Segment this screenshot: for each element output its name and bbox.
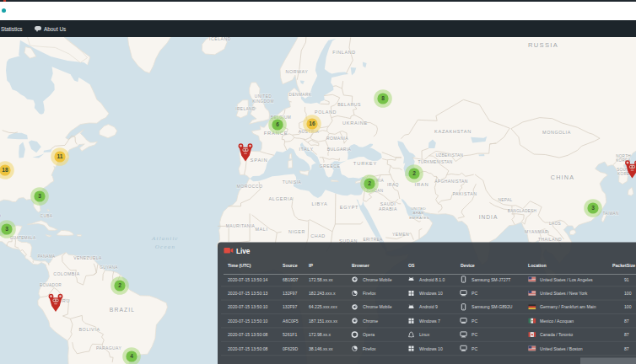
svg-text:6B19D7: 6B19D7 [283, 277, 299, 282]
svg-text:91: 91 [624, 277, 629, 282]
svg-text:A6C0F5: A6C0F5 [283, 318, 299, 324]
svg-text:87: 87 [624, 346, 629, 351]
svg-text:Samsung SM-J727T: Samsung SM-J727T [472, 277, 510, 282]
svg-text:PacketSize: PacketSize [612, 263, 635, 268]
svg-text:Browser: Browser [352, 263, 369, 268]
svg-text:PC: PC [472, 346, 477, 351]
svg-text:Source: Source [283, 263, 298, 268]
svg-text:64.225.xxx.xxx: 64.225.xxx.xxx [309, 304, 337, 309]
svg-text:Windows 10: Windows 10 [419, 291, 443, 296]
svg-text:0F629D: 0F629D [283, 346, 298, 351]
svg-text:Chrome: Chrome [363, 318, 378, 324]
svg-text:2020-07-15 13:50:08: 2020-07-15 13:50:08 [228, 332, 267, 337]
svg-text:187.151.xxx.xx: 187.151.xxx.xx [309, 318, 337, 324]
svg-text:Time (UTC): Time (UTC) [228, 263, 251, 268]
svg-text:182.243.xxx.x: 182.243.xxx.x [309, 291, 336, 296]
svg-text:Firefox: Firefox [363, 346, 376, 351]
svg-text:IP: IP [309, 263, 313, 268]
svg-text:PC: PC [472, 318, 477, 324]
svg-text:United States / Boston: United States / Boston [540, 346, 583, 351]
svg-text:Linux: Linux [419, 332, 430, 337]
svg-text:Canada / Toronto: Canada / Toronto [540, 332, 573, 337]
svg-text:Android 9: Android 9 [419, 304, 438, 309]
svg-text:Windows 10: Windows 10 [419, 346, 443, 351]
svg-text:Windows 7: Windows 7 [419, 318, 440, 324]
svg-text:OS: OS [408, 263, 415, 268]
svg-text:87: 87 [624, 332, 629, 337]
svg-text:Opera: Opera [363, 332, 375, 337]
svg-text:38.146.xx.xx: 38.146.xx.xx [309, 346, 333, 351]
svg-text:172.98.xx.x: 172.98.xx.x [309, 332, 331, 337]
svg-text:Android 8.1.0: Android 8.1.0 [419, 277, 445, 282]
svg-text:2020-07-15 13:50:08: 2020-07-15 13:50:08 [228, 346, 267, 351]
svg-text:172.58.xx.xx: 172.58.xx.xx [309, 277, 333, 282]
svg-text:Chrome Mobile: Chrome Mobile [363, 277, 392, 282]
svg-text:Firefox: Firefox [363, 291, 376, 296]
svg-text:Samsung SM-G892U: Samsung SM-G892U [472, 304, 513, 309]
svg-text:Chrome Mobile: Chrome Mobile [363, 304, 392, 309]
svg-text:2020-07-15 13:50:14: 2020-07-15 13:50:14 [228, 277, 267, 282]
svg-text:Location: Location [528, 263, 547, 268]
svg-text:Live: Live [236, 248, 251, 255]
svg-text:PC: PC [472, 291, 477, 296]
svg-text:100: 100 [624, 291, 632, 296]
svg-text:132F97: 132F97 [283, 304, 297, 309]
svg-text:Mexico / Acoquan: Mexico / Acoquan [540, 318, 574, 324]
svg-text:2020-07-15 13:50:10: 2020-07-15 13:50:10 [228, 318, 267, 324]
svg-text:United States / New York: United States / New York [540, 291, 588, 296]
svg-text:Device: Device [461, 263, 475, 268]
svg-text:United States / Los Angeles: United States / Los Angeles [540, 277, 593, 282]
svg-text:132F97: 132F97 [283, 291, 297, 296]
svg-text:Germany / Frankfurt am Main: Germany / Frankfurt am Main [540, 304, 596, 309]
svg-text:100: 100 [624, 304, 632, 309]
svg-text:5261F1: 5261F1 [283, 332, 297, 337]
svg-text:87: 87 [624, 318, 629, 324]
svg-text:PC: PC [472, 332, 477, 337]
svg-text:2020-07-15 13:50:13: 2020-07-15 13:50:13 [228, 291, 267, 296]
svg-text:2020-07-15 13:50:10: 2020-07-15 13:50:10 [228, 304, 267, 309]
